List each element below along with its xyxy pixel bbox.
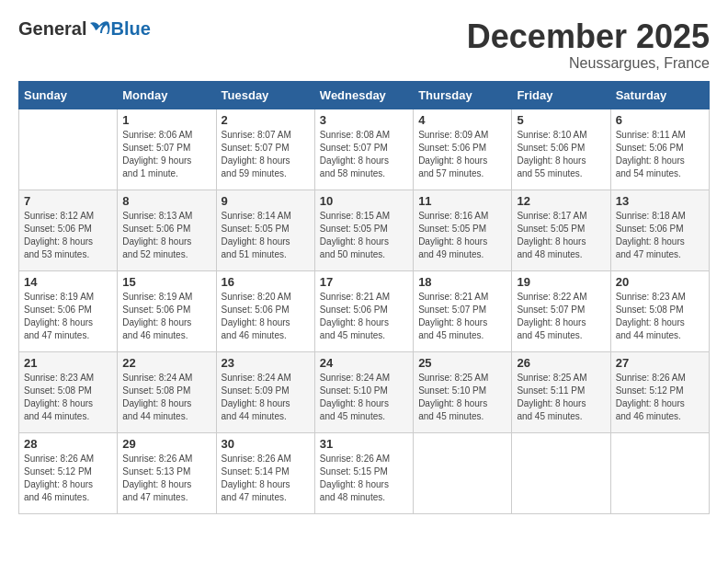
- day-number: 16: [222, 275, 310, 289]
- col-thursday: Thursday: [414, 81, 512, 109]
- day-info: Sunrise: 8:16 AM Sunset: 5:05 PM Dayligh…: [418, 210, 506, 261]
- calendar-cell: 26Sunrise: 8:25 AM Sunset: 5:11 PM Dayli…: [512, 351, 610, 432]
- col-tuesday: Tuesday: [216, 81, 314, 109]
- title-section: December 2025 Neussargues, France: [467, 18, 710, 72]
- day-info: Sunrise: 8:06 AM Sunset: 5:07 PM Dayligh…: [122, 129, 210, 180]
- calendar-cell: 18Sunrise: 8:21 AM Sunset: 5:07 PM Dayli…: [414, 270, 512, 351]
- calendar-cell: 3Sunrise: 8:08 AM Sunset: 5:07 PM Daylig…: [314, 109, 413, 190]
- calendar-cell: [414, 432, 512, 513]
- day-info: Sunrise: 8:25 AM Sunset: 5:11 PM Dayligh…: [517, 372, 605, 423]
- calendar-cell: 7Sunrise: 8:12 AM Sunset: 5:06 PM Daylig…: [19, 190, 118, 270]
- calendar-cell: 11Sunrise: 8:16 AM Sunset: 5:05 PM Dayli…: [414, 190, 512, 270]
- calendar-cell: [19, 109, 118, 190]
- day-number: 29: [122, 437, 210, 451]
- calendar-cell: 2Sunrise: 8:07 AM Sunset: 5:07 PM Daylig…: [216, 109, 314, 190]
- day-number: 23: [222, 356, 310, 370]
- day-number: 31: [320, 437, 408, 451]
- calendar-cell: 24Sunrise: 8:24 AM Sunset: 5:10 PM Dayli…: [314, 351, 413, 432]
- calendar-cell: [610, 432, 709, 513]
- logo-general-text: General: [18, 18, 86, 40]
- logo-bird-icon: [88, 20, 110, 39]
- day-info: Sunrise: 8:15 AM Sunset: 5:05 PM Dayligh…: [320, 210, 408, 261]
- col-saturday: Saturday: [610, 81, 709, 109]
- week-row-5: 28Sunrise: 8:26 AM Sunset: 5:12 PM Dayli…: [19, 432, 710, 513]
- day-info: Sunrise: 8:13 AM Sunset: 5:06 PM Dayligh…: [122, 210, 210, 261]
- calendar-cell: 16Sunrise: 8:20 AM Sunset: 5:06 PM Dayli…: [216, 270, 314, 351]
- day-info: Sunrise: 8:26 AM Sunset: 5:15 PM Dayligh…: [320, 453, 408, 504]
- day-number: 17: [320, 275, 408, 289]
- calendar-cell: 20Sunrise: 8:23 AM Sunset: 5:08 PM Dayli…: [610, 270, 709, 351]
- header-row: Sunday Monday Tuesday Wednesday Thursday…: [19, 81, 710, 109]
- day-number: 24: [320, 356, 408, 370]
- day-info: Sunrise: 8:20 AM Sunset: 5:06 PM Dayligh…: [222, 291, 310, 342]
- day-number: 8: [122, 194, 210, 208]
- day-info: Sunrise: 8:23 AM Sunset: 5:08 PM Dayligh…: [24, 372, 112, 423]
- day-number: 11: [418, 194, 506, 208]
- day-info: Sunrise: 8:08 AM Sunset: 5:07 PM Dayligh…: [320, 129, 408, 180]
- day-info: Sunrise: 8:23 AM Sunset: 5:08 PM Dayligh…: [616, 291, 704, 342]
- month-title: December 2025: [467, 18, 710, 55]
- calendar-cell: 23Sunrise: 8:24 AM Sunset: 5:09 PM Dayli…: [216, 351, 314, 432]
- week-row-1: 1Sunrise: 8:06 AM Sunset: 5:07 PM Daylig…: [19, 109, 710, 190]
- day-info: Sunrise: 8:07 AM Sunset: 5:07 PM Dayligh…: [222, 129, 310, 180]
- day-number: 28: [24, 437, 112, 451]
- day-number: 22: [122, 356, 210, 370]
- day-number: 12: [517, 194, 605, 208]
- col-friday: Friday: [512, 81, 610, 109]
- calendar-cell: 19Sunrise: 8:22 AM Sunset: 5:07 PM Dayli…: [512, 270, 610, 351]
- page-header: General Blue December 2025 Neussargues, …: [18, 18, 710, 72]
- day-number: 18: [418, 275, 506, 289]
- day-number: 6: [616, 113, 704, 127]
- calendar-table: Sunday Monday Tuesday Wednesday Thursday…: [18, 81, 710, 514]
- calendar-cell: 17Sunrise: 8:21 AM Sunset: 5:06 PM Dayli…: [314, 270, 413, 351]
- day-info: Sunrise: 8:22 AM Sunset: 5:07 PM Dayligh…: [517, 291, 605, 342]
- day-info: Sunrise: 8:18 AM Sunset: 5:06 PM Dayligh…: [616, 210, 704, 261]
- day-number: 5: [517, 113, 605, 127]
- day-info: Sunrise: 8:19 AM Sunset: 5:06 PM Dayligh…: [24, 291, 112, 342]
- calendar-cell: 21Sunrise: 8:23 AM Sunset: 5:08 PM Dayli…: [19, 351, 118, 432]
- day-number: 1: [122, 113, 210, 127]
- day-info: Sunrise: 8:11 AM Sunset: 5:06 PM Dayligh…: [616, 129, 704, 180]
- day-number: 25: [418, 356, 506, 370]
- calendar-cell: 9Sunrise: 8:14 AM Sunset: 5:05 PM Daylig…: [216, 190, 314, 270]
- day-info: Sunrise: 8:24 AM Sunset: 5:10 PM Dayligh…: [320, 372, 408, 423]
- col-monday: Monday: [118, 81, 216, 109]
- day-info: Sunrise: 8:10 AM Sunset: 5:06 PM Dayligh…: [517, 129, 605, 180]
- day-number: 21: [24, 356, 112, 370]
- day-info: Sunrise: 8:19 AM Sunset: 5:06 PM Dayligh…: [122, 291, 210, 342]
- day-info: Sunrise: 8:26 AM Sunset: 5:12 PM Dayligh…: [24, 453, 112, 504]
- day-number: 26: [517, 356, 605, 370]
- day-info: Sunrise: 8:24 AM Sunset: 5:09 PM Dayligh…: [222, 372, 310, 423]
- location-text: Neussargues, France: [467, 55, 710, 72]
- calendar-cell: 15Sunrise: 8:19 AM Sunset: 5:06 PM Dayli…: [118, 270, 216, 351]
- calendar-cell: 30Sunrise: 8:26 AM Sunset: 5:14 PM Dayli…: [216, 432, 314, 513]
- calendar-cell: 6Sunrise: 8:11 AM Sunset: 5:06 PM Daylig…: [610, 109, 709, 190]
- week-row-3: 14Sunrise: 8:19 AM Sunset: 5:06 PM Dayli…: [19, 270, 710, 351]
- day-info: Sunrise: 8:26 AM Sunset: 5:13 PM Dayligh…: [122, 453, 210, 504]
- day-number: 15: [122, 275, 210, 289]
- col-sunday: Sunday: [19, 81, 118, 109]
- day-info: Sunrise: 8:21 AM Sunset: 5:06 PM Dayligh…: [320, 291, 408, 342]
- week-row-2: 7Sunrise: 8:12 AM Sunset: 5:06 PM Daylig…: [19, 190, 710, 270]
- day-info: Sunrise: 8:26 AM Sunset: 5:12 PM Dayligh…: [616, 372, 704, 423]
- calendar-cell: 13Sunrise: 8:18 AM Sunset: 5:06 PM Dayli…: [610, 190, 709, 270]
- calendar-cell: 25Sunrise: 8:25 AM Sunset: 5:10 PM Dayli…: [414, 351, 512, 432]
- calendar-cell: 12Sunrise: 8:17 AM Sunset: 5:05 PM Dayli…: [512, 190, 610, 270]
- calendar-cell: 10Sunrise: 8:15 AM Sunset: 5:05 PM Dayli…: [314, 190, 413, 270]
- day-info: Sunrise: 8:25 AM Sunset: 5:10 PM Dayligh…: [418, 372, 506, 423]
- logo: General Blue: [18, 18, 151, 40]
- day-info: Sunrise: 8:26 AM Sunset: 5:14 PM Dayligh…: [222, 453, 310, 504]
- calendar-cell: 5Sunrise: 8:10 AM Sunset: 5:06 PM Daylig…: [512, 109, 610, 190]
- calendar-cell: 28Sunrise: 8:26 AM Sunset: 5:12 PM Dayli…: [19, 432, 118, 513]
- day-number: 14: [24, 275, 112, 289]
- calendar-cell: 1Sunrise: 8:06 AM Sunset: 5:07 PM Daylig…: [118, 109, 216, 190]
- day-info: Sunrise: 8:09 AM Sunset: 5:06 PM Dayligh…: [418, 129, 506, 180]
- day-info: Sunrise: 8:24 AM Sunset: 5:08 PM Dayligh…: [122, 372, 210, 423]
- day-info: Sunrise: 8:17 AM Sunset: 5:05 PM Dayligh…: [517, 210, 605, 261]
- day-info: Sunrise: 8:12 AM Sunset: 5:06 PM Dayligh…: [24, 210, 112, 261]
- day-number: 2: [222, 113, 310, 127]
- day-number: 10: [320, 194, 408, 208]
- day-number: 19: [517, 275, 605, 289]
- day-number: 20: [616, 275, 704, 289]
- day-number: 7: [24, 194, 112, 208]
